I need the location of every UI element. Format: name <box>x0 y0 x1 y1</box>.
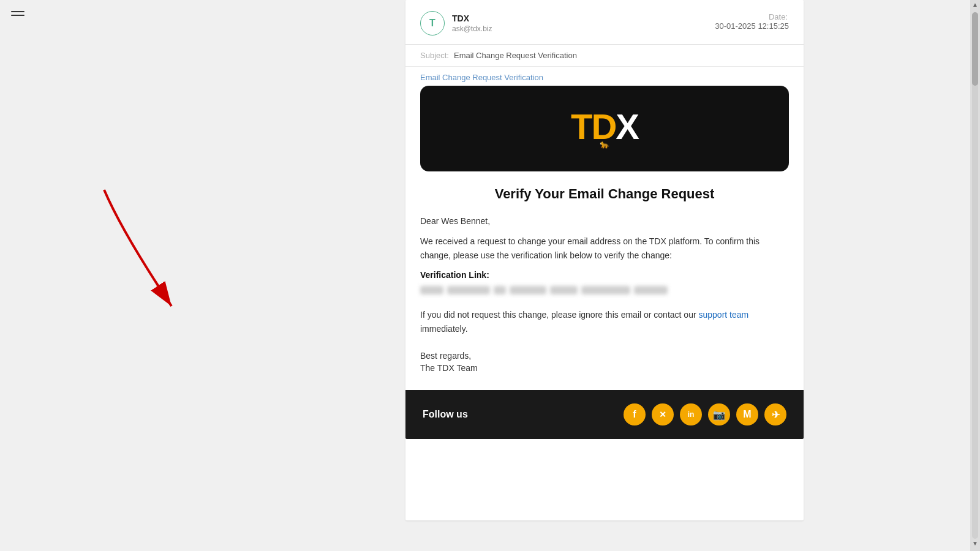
right-scrollbar: ▲ ▼ <box>970 0 980 551</box>
follow-us-label: Follow us <box>423 409 468 420</box>
hamburger-menu[interactable] <box>11 11 24 16</box>
sender-info: T TDX ask@tdx.biz <box>420 11 492 36</box>
scrollbar-track <box>972 12 978 539</box>
date-value: 30-01-2025 12:15:25 <box>715 21 789 31</box>
email-subject-row: Subject: Email Change Request Verificati… <box>405 45 804 67</box>
avatar: T <box>420 11 445 36</box>
sender-details: TDX ask@tdx.biz <box>452 13 492 33</box>
medium-icon[interactable]: M <box>736 403 758 425</box>
email-heading: Verify Your Email Change Request <box>420 186 789 202</box>
sender-name: TDX <box>452 13 492 23</box>
blur-6 <box>581 286 630 294</box>
email-body-para: We received a request to change your ema… <box>420 234 789 263</box>
logo-x: X <box>616 107 638 146</box>
scroll-up-button[interactable]: ▲ <box>970 0 980 10</box>
email-signoff: Best regards, The TDX Team <box>420 351 789 373</box>
social-icons: f ✕ in 📷 M ✈ <box>624 403 786 425</box>
email-title-line: Email Change Request Verification <box>405 67 804 86</box>
blur-7 <box>634 286 668 294</box>
date-label: Date: <box>769 12 788 21</box>
main-panel: T TDX ask@tdx.biz Date: 30-01-2025 12:15… <box>239 0 970 551</box>
logo: TDX 🐆 <box>571 109 638 149</box>
subject-label: Subject: <box>420 51 449 60</box>
email-greeting: Dear Wes Bennet, <box>420 214 789 228</box>
scroll-down-button[interactable]: ▼ <box>970 539 980 549</box>
instagram-icon[interactable]: 📷 <box>708 403 730 425</box>
twitter-x-icon[interactable]: ✕ <box>652 403 674 425</box>
facebook-icon[interactable]: f <box>624 403 646 425</box>
email-footer: Follow us f ✕ in 📷 M ✈ <box>405 390 804 439</box>
scrollbar-thumb[interactable] <box>972 12 978 86</box>
blur-4 <box>510 286 546 294</box>
sender-email: ask@tdx.biz <box>452 24 492 33</box>
left-panel <box>0 0 239 551</box>
signoff-team: The TDX Team <box>420 363 789 373</box>
blur-2 <box>447 286 490 294</box>
email-header: T TDX ask@tdx.biz Date: 30-01-2025 12:15… <box>405 0 804 45</box>
verification-label: Verification Link: <box>420 270 789 280</box>
blur-3 <box>494 286 506 294</box>
verification-link-blurred <box>420 283 789 297</box>
logo-banner: TDX 🐆 <box>420 86 789 171</box>
signoff-regards: Best regards, <box>420 351 789 361</box>
subject-value: Email Change Request Verification <box>454 51 577 60</box>
email-body: TDX 🐆 Verify Your Email Change Request D… <box>405 86 804 373</box>
ignore-para: If you did not request this change, plea… <box>420 308 789 336</box>
support-link[interactable]: support team <box>699 310 749 320</box>
blur-1 <box>420 286 443 294</box>
email-container: T TDX ask@tdx.biz Date: 30-01-2025 12:15… <box>405 0 804 520</box>
blur-5 <box>550 286 578 294</box>
telegram-icon[interactable]: ✈ <box>764 403 786 425</box>
linkedin-icon[interactable]: in <box>680 403 702 425</box>
date-block: Date: 30-01-2025 12:15:25 <box>715 11 789 31</box>
